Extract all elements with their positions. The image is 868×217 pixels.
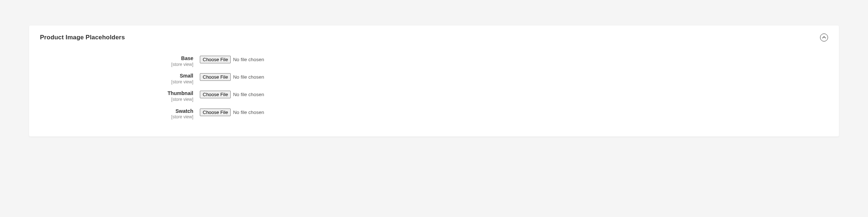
section-title: Product Image Placeholders <box>40 34 125 41</box>
choose-file-button-base[interactable]: Choose File <box>200 56 231 63</box>
label-column: Thumbnail [store view] <box>40 90 200 102</box>
field-label-small: Small <box>40 73 193 79</box>
scope-label-thumbnail: [store view] <box>40 97 193 102</box>
collapse-toggle-button[interactable] <box>820 33 828 42</box>
choose-file-button-small[interactable]: Choose File <box>200 73 231 81</box>
input-column: Choose File No file chosen <box>200 90 264 98</box>
choose-file-button-thumbnail[interactable]: Choose File <box>200 91 231 98</box>
label-column: Base [store view] <box>40 55 200 67</box>
input-column: Choose File No file chosen <box>200 55 264 63</box>
field-row-base: Base [store view] Choose File No file ch… <box>40 55 828 67</box>
scope-label-base: [store view] <box>40 62 193 67</box>
label-column: Small [store view] <box>40 73 200 84</box>
file-status-small: No file chosen <box>233 74 264 80</box>
field-row-thumbnail: Thumbnail [store view] Choose File No fi… <box>40 90 828 102</box>
scope-label-small: [store view] <box>40 79 193 84</box>
field-row-swatch: Swatch [store view] Choose File No file … <box>40 108 828 120</box>
field-label-swatch: Swatch <box>40 108 193 114</box>
product-image-placeholders-panel: Product Image Placeholders Base [store v… <box>29 25 839 137</box>
file-input-thumbnail[interactable]: Choose File No file chosen <box>200 91 264 98</box>
field-label-base: Base <box>40 55 193 62</box>
form-body: Base [store view] Choose File No file ch… <box>40 55 828 120</box>
chevron-up-icon <box>822 36 826 39</box>
field-row-small: Small [store view] Choose File No file c… <box>40 73 828 84</box>
panel-header: Product Image Placeholders <box>40 33 828 42</box>
label-column: Swatch [store view] <box>40 108 200 120</box>
field-label-thumbnail: Thumbnail <box>40 90 193 96</box>
file-status-thumbnail: No file chosen <box>233 92 264 97</box>
input-column: Choose File No file chosen <box>200 73 264 81</box>
file-input-base[interactable]: Choose File No file chosen <box>200 56 264 63</box>
file-input-small[interactable]: Choose File No file chosen <box>200 73 264 81</box>
file-input-swatch[interactable]: Choose File No file chosen <box>200 108 264 116</box>
choose-file-button-swatch[interactable]: Choose File <box>200 108 231 116</box>
scope-label-swatch: [store view] <box>40 114 193 119</box>
input-column: Choose File No file chosen <box>200 108 264 116</box>
file-status-base: No file chosen <box>233 57 264 62</box>
file-status-swatch: No file chosen <box>233 110 264 115</box>
